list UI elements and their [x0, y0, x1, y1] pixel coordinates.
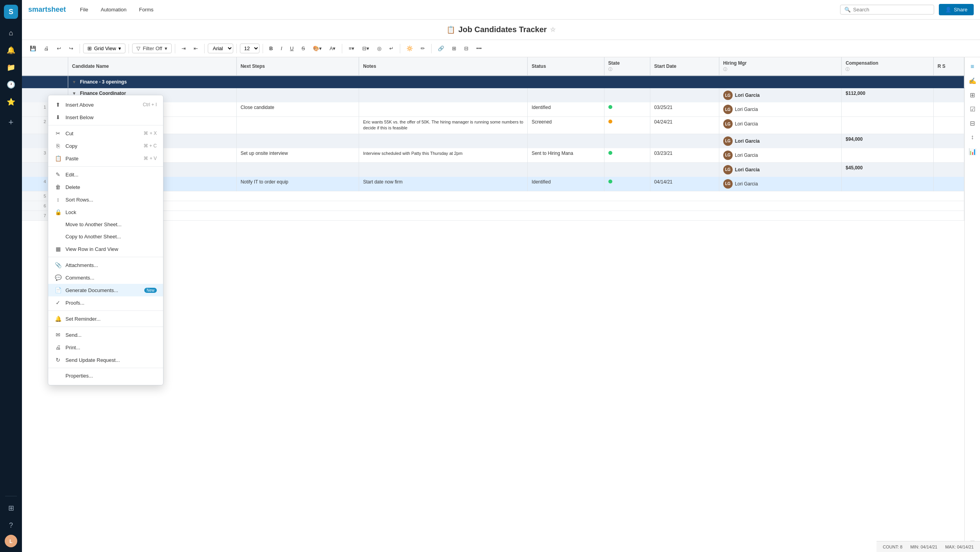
highlight-btn[interactable]: 🔆 [403, 43, 416, 54]
hiring-mgr-cell[interactable]: LG Lori Garcia [719, 102, 842, 117]
pencil-btn[interactable]: ✏ [417, 43, 428, 54]
ctx-paste[interactable]: 📋 Paste ⌘ + V [48, 152, 163, 165]
group-toggle-btn[interactable]: ▼ [72, 80, 76, 84]
compensation-cell[interactable] [842, 102, 933, 117]
user-avatar[interactable]: L [5, 535, 17, 547]
col-header-start-date[interactable]: Start Date [650, 57, 719, 76]
font-select[interactable]: Arial [208, 44, 233, 53]
next-steps-cell[interactable]: Notify IT to order equip [236, 177, 359, 191]
notes-cell[interactable]: Interview scheduled with Patty this Thur… [359, 148, 528, 163]
next-steps-cell[interactable]: Close candidate [236, 102, 359, 117]
delete-col-btn[interactable]: ⊟ [461, 43, 472, 54]
favorite-star-icon[interactable]: ☆ [550, 26, 555, 33]
ctx-insert-above[interactable]: ⬆ Insert Above Ctrl + I [48, 98, 163, 111]
sidebar-icon-recents[interactable]: 🕐 [3, 77, 19, 93]
ctx-generate-documents[interactable]: 📄 Generate Documents... New [48, 284, 163, 296]
ctx-insert-below[interactable]: ⬇ Insert Below [48, 111, 163, 123]
right-panel-edit-icon[interactable]: ✍ [966, 74, 979, 87]
col-header-state[interactable]: State ⓘ [604, 57, 650, 76]
col-header-hiring-mgr[interactable]: Hiring Mgr ⓘ [719, 57, 842, 76]
hiring-mgr-cell[interactable]: LG Lori Garcia [719, 148, 842, 163]
nav-file[interactable]: File [78, 5, 91, 14]
ctx-edit[interactable]: ✎ Edit... [48, 168, 163, 181]
align-button[interactable]: ≡▾ [345, 43, 358, 54]
size-select[interactable]: 12 [240, 44, 260, 53]
notes-cell[interactable] [359, 102, 528, 117]
ctx-card-view[interactable]: ▦ View Row in Card View [48, 243, 163, 255]
sidebar-icon-help[interactable]: ? [3, 518, 19, 533]
col-header-notes[interactable]: Notes [359, 57, 528, 76]
col-header-rs[interactable]: R S [933, 57, 964, 76]
filter-button[interactable]: ▽ Filter Off ▾ [132, 44, 172, 53]
sidebar-icon-browse[interactable]: 📁 [3, 60, 19, 75]
status-cell[interactable]: Screened [528, 117, 604, 134]
search-input[interactable] [853, 7, 930, 13]
toolbar-indent-btn[interactable]: ⇥ [178, 43, 189, 54]
sidebar-icon-favorites[interactable]: ⭐ [3, 94, 19, 110]
right-panel-grid-icon[interactable]: ⊞ [966, 89, 979, 101]
insert-col-btn[interactable]: ⊞ [449, 43, 459, 54]
text-color-button[interactable]: A▾ [327, 43, 339, 54]
ctx-send[interactable]: ✉ Send... [48, 329, 163, 341]
ctx-attachments[interactable]: 📎 Attachments... [48, 259, 163, 271]
ctx-copy-to-sheet[interactable]: Copy to Another Sheet... [48, 231, 163, 243]
grid-scroll-area[interactable]: Candidate Name Next Steps Notes Status S… [22, 57, 980, 535]
notes-cell[interactable]: Eric wants 55K vs. the offer of 50K. The… [359, 117, 528, 134]
toolbar-print-btn[interactable]: 🖨 [41, 43, 52, 54]
right-panel-chart-icon[interactable]: 📊 [966, 145, 979, 158]
notes-cell[interactable]: Start date now firm [359, 177, 528, 191]
italic-button[interactable]: I [278, 43, 285, 54]
sidebar-icon-home[interactable]: ⌂ [3, 25, 19, 41]
ctx-copy[interactable]: ⎘ Copy ⌘ + C [48, 140, 163, 152]
start-date-cell[interactable]: 03/23/21 [650, 148, 719, 163]
nav-automation[interactable]: Automation [98, 5, 129, 14]
ctx-send-update[interactable]: ↻ Send Update Request... [48, 354, 163, 366]
next-steps-cell[interactable]: Set up onsite interview [236, 148, 359, 163]
fill-color-button[interactable]: 🎨▾ [310, 43, 325, 54]
state-cell[interactable] [604, 177, 650, 191]
ctx-move-to-sheet[interactable]: Move to Another Sheet... [48, 218, 163, 231]
right-panel-check-icon[interactable]: ☑ [966, 103, 979, 115]
hiring-mgr-cell[interactable]: LG Lori Garcia [719, 177, 842, 191]
status-cell[interactable]: Identified [528, 177, 604, 191]
col-header-status[interactable]: Status [528, 57, 604, 76]
toolbar-save-btn[interactable]: 💾 [27, 43, 39, 54]
nav-forms[interactable]: Forms [137, 5, 156, 14]
app-logo[interactable]: S [4, 5, 18, 19]
col-header-candidate-name[interactable]: Candidate Name [68, 57, 236, 76]
next-steps-cell[interactable] [236, 117, 359, 134]
right-panel-properties-icon[interactable]: ≡ [966, 60, 979, 73]
status-cell[interactable]: Sent to Hiring Mana [528, 148, 604, 163]
wrap-btn[interactable]: ↵ [386, 43, 397, 54]
more-btn[interactable]: ••• [473, 43, 485, 54]
compensation-cell[interactable] [842, 177, 933, 191]
strikethrough-button[interactable]: S [298, 43, 308, 54]
status-cell[interactable]: Identified [528, 102, 604, 117]
grid-view-button[interactable]: ⊞ Grid View ▾ [83, 44, 125, 53]
col-header-compensation[interactable]: Compensation ⓘ [842, 57, 933, 76]
clear-btn[interactable]: ◎ [374, 43, 385, 54]
share-button[interactable]: 👤 Share [939, 4, 974, 15]
ctx-delete[interactable]: 🗑 Delete [48, 181, 163, 193]
start-date-cell[interactable]: 04/14/21 [650, 177, 719, 191]
link-btn[interactable]: 🔗 [435, 43, 447, 54]
ctx-cut[interactable]: ✂ Cut ⌘ + X [48, 127, 163, 140]
valign-button[interactable]: ⊟▾ [359, 43, 372, 54]
sidebar-icon-add[interactable]: + [3, 114, 19, 130]
ctx-print[interactable]: 🖨 Print... [48, 341, 163, 354]
ctx-proofs[interactable]: ✓ Proofs... [48, 296, 163, 309]
sidebar-icon-notifications[interactable]: 🔔 [3, 42, 19, 58]
hiring-mgr-cell[interactable]: LG Lori Garcia [719, 117, 842, 134]
right-panel-sort-icon[interactable]: ↕ [966, 131, 979, 143]
col-header-next-steps[interactable]: Next Steps [236, 57, 359, 76]
sidebar-icon-grid[interactable]: ⊞ [3, 500, 19, 516]
ctx-lock[interactable]: 🔒 Lock [48, 206, 163, 218]
compensation-cell[interactable] [842, 117, 933, 134]
state-cell[interactable] [604, 102, 650, 117]
toolbar-undo-btn[interactable]: ↩ [54, 43, 64, 54]
search-box[interactable]: 🔍 [840, 5, 934, 15]
toolbar-outdent-btn[interactable]: ⇤ [191, 43, 201, 54]
toolbar-redo-btn[interactable]: ↪ [66, 43, 76, 54]
right-panel-remove-icon[interactable]: ⊟ [966, 117, 979, 129]
state-cell[interactable] [604, 148, 650, 163]
